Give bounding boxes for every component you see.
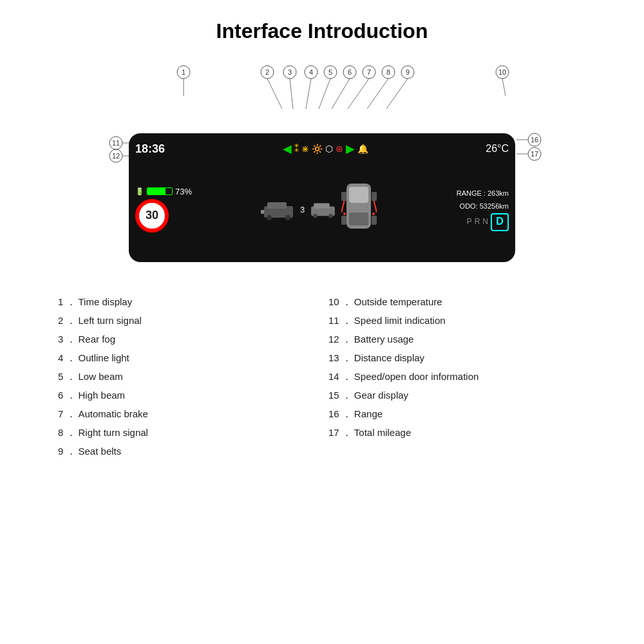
gear-display: P R N D bbox=[425, 213, 509, 231]
svg-rect-61 bbox=[349, 187, 368, 203]
svg-line-15 bbox=[332, 79, 350, 109]
range-display: RANGE : 263km bbox=[425, 187, 509, 200]
svg-line-9 bbox=[306, 79, 311, 109]
svg-line-27 bbox=[502, 79, 506, 96]
speed-limit-circle: 30 bbox=[135, 199, 169, 232]
gear-d-active: D bbox=[491, 213, 509, 231]
main-car-svg bbox=[341, 180, 377, 238]
svg-line-6 bbox=[290, 79, 293, 109]
legend-label-4: Outline light bbox=[79, 352, 129, 363]
seatbelt-icon: 🔔 bbox=[357, 144, 368, 154]
legend-label-5: Low beam bbox=[79, 371, 123, 382]
legend-label-12: Battery usage bbox=[354, 334, 414, 345]
legend-label-14: Speed/open door information bbox=[354, 371, 478, 382]
legend-item-9: 9 ． Seat belts bbox=[58, 444, 316, 460]
battery-row: 🔋 73% bbox=[135, 187, 192, 196]
legend-item-5: 5 ． Low beam bbox=[58, 369, 316, 385]
svg-text:3: 3 bbox=[288, 68, 292, 76]
svg-point-22 bbox=[382, 66, 395, 79]
svg-point-53 bbox=[267, 215, 272, 220]
gear-r: R bbox=[475, 215, 480, 229]
svg-rect-68 bbox=[372, 192, 377, 201]
legend-num-1: 1 ． bbox=[58, 296, 76, 308]
svg-rect-70 bbox=[372, 216, 377, 225]
dashboard-icons: ◀ ⁑ ⋇ 🔆 ⬡ ⊛ ▶ 🔔 bbox=[283, 142, 368, 156]
legend-label-11: Speed limit indication bbox=[354, 315, 446, 326]
svg-point-7 bbox=[283, 66, 296, 79]
legend-item-3: 3 ． Rear fog bbox=[58, 332, 316, 348]
svg-line-18 bbox=[348, 79, 369, 109]
legend-label-7: Automatic brake bbox=[79, 408, 148, 419]
legend-item-16: 16 ． Range bbox=[328, 406, 586, 422]
right-turn-icon: ▶ bbox=[346, 142, 355, 156]
time-display: 18:36 bbox=[135, 142, 165, 156]
legend-item-8: 8 ． Right turn signal bbox=[58, 425, 316, 441]
svg-point-34 bbox=[109, 149, 122, 162]
legend-label-6: High beam bbox=[79, 390, 126, 401]
legend-item-17: 17 ． Total mileage bbox=[328, 425, 586, 441]
right-small-car-svg bbox=[308, 200, 337, 219]
legend-item-1: 1 ． Time display bbox=[58, 294, 316, 310]
svg-text:11: 11 bbox=[112, 139, 120, 147]
svg-text:12: 12 bbox=[112, 152, 120, 160]
svg-point-31 bbox=[109, 137, 122, 149]
legend-num-6: 6 ． bbox=[58, 390, 76, 402]
svg-point-10 bbox=[305, 66, 317, 79]
svg-point-16 bbox=[343, 66, 356, 79]
legend-num-4: 4 ． bbox=[58, 352, 76, 365]
legend-label-9: Seat belts bbox=[79, 446, 122, 457]
svg-line-12 bbox=[319, 79, 330, 109]
svg-point-49 bbox=[528, 147, 541, 160]
legend-num-5: 5 ． bbox=[58, 371, 76, 383]
battery-fill bbox=[147, 188, 166, 194]
legend-num-11: 11 ． bbox=[328, 315, 352, 327]
legend-label-8: Right turn signal bbox=[79, 427, 148, 438]
legend-section: 1 ． Time display 10 ． Outside temperatur… bbox=[58, 294, 586, 460]
legend-num-7: 7 ． bbox=[58, 408, 76, 421]
legend-num-13: 13 ． bbox=[328, 352, 352, 365]
svg-point-28 bbox=[496, 66, 509, 79]
svg-point-58 bbox=[313, 214, 317, 218]
dashboard-screen: 18:36 ◀ ⁑ ⋇ 🔆 ⬡ ⊛ ▶ 🔔 26°C bbox=[129, 133, 515, 262]
svg-text:10: 10 bbox=[498, 68, 506, 76]
legend-item-4: 4 ． Outline light bbox=[58, 350, 316, 366]
auto-brake-icon: ⊛ bbox=[336, 144, 343, 154]
svg-rect-52 bbox=[267, 202, 287, 209]
legend-label-13: Distance display bbox=[354, 352, 424, 363]
legend-num-10: 10 ． bbox=[328, 296, 352, 308]
svg-point-59 bbox=[328, 214, 333, 218]
legend-item-10: 10 ． Outside temperature bbox=[328, 294, 586, 310]
svg-point-13 bbox=[324, 66, 337, 79]
legend-label-10: Outside temperature bbox=[354, 296, 442, 307]
svg-point-1 bbox=[177, 66, 190, 79]
svg-rect-57 bbox=[314, 204, 330, 209]
distance-number: 3 bbox=[300, 205, 305, 214]
svg-line-21 bbox=[367, 79, 388, 109]
svg-rect-55 bbox=[261, 210, 264, 214]
legend-label-1: Time display bbox=[79, 296, 133, 307]
legend-num-12: 12 ． bbox=[328, 334, 352, 346]
legend-item-14: 14 ． Speed/open door information bbox=[328, 369, 586, 385]
svg-text:6: 6 bbox=[348, 68, 352, 76]
legend-num-9: 9 ． bbox=[58, 446, 76, 458]
low-beam-icon: 🔆 bbox=[312, 144, 323, 154]
svg-point-19 bbox=[363, 66, 375, 79]
legend-item-11: 11 ． Speed limit indication bbox=[328, 313, 586, 329]
legend-num-17: 17 ． bbox=[328, 427, 352, 439]
diagram-wrapper: 1 2 3 4 5 6 7 bbox=[58, 56, 586, 275]
svg-text:16: 16 bbox=[531, 136, 538, 144]
svg-text:5: 5 bbox=[328, 68, 332, 76]
svg-text:17: 17 bbox=[531, 150, 538, 158]
svg-text:7: 7 bbox=[367, 68, 371, 76]
svg-rect-67 bbox=[341, 192, 346, 201]
legend-label-17: Total mileage bbox=[354, 427, 411, 438]
outside-temperature: 26°C bbox=[486, 143, 509, 155]
legend-label-2: Left turn signal bbox=[79, 315, 142, 326]
legend-item-6: 6 ． High beam bbox=[58, 388, 316, 404]
svg-line-63 bbox=[341, 200, 345, 213]
svg-line-24 bbox=[386, 79, 408, 109]
dashboard-left-panel: 🔋 73% 30 bbox=[135, 187, 213, 232]
svg-text:4: 4 bbox=[309, 68, 313, 76]
left-car-svg bbox=[261, 198, 296, 221]
dashboard-middle: 🔋 73% 30 bbox=[135, 160, 509, 258]
